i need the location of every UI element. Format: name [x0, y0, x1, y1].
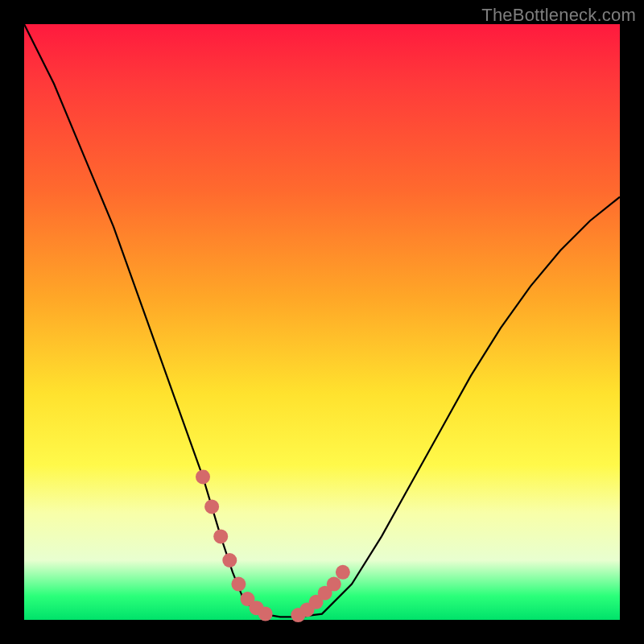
- highlight-dot: [204, 499, 219, 514]
- highlight-dot: [196, 469, 210, 484]
- plot-area: [24, 24, 620, 620]
- chart-frame: TheBottleneck.com: [0, 0, 644, 644]
- bottleneck-curve: [24, 24, 620, 617]
- highlight-dot: [231, 577, 246, 592]
- highlight-dot: [336, 565, 350, 580]
- highlight-dot: [213, 529, 228, 543]
- highlight-dot: [327, 577, 341, 592]
- watermark-text: TheBottleneck.com: [481, 5, 636, 26]
- curve-svg: [24, 24, 620, 620]
- highlight-dot: [222, 553, 237, 568]
- highlight-dot: [258, 607, 273, 621]
